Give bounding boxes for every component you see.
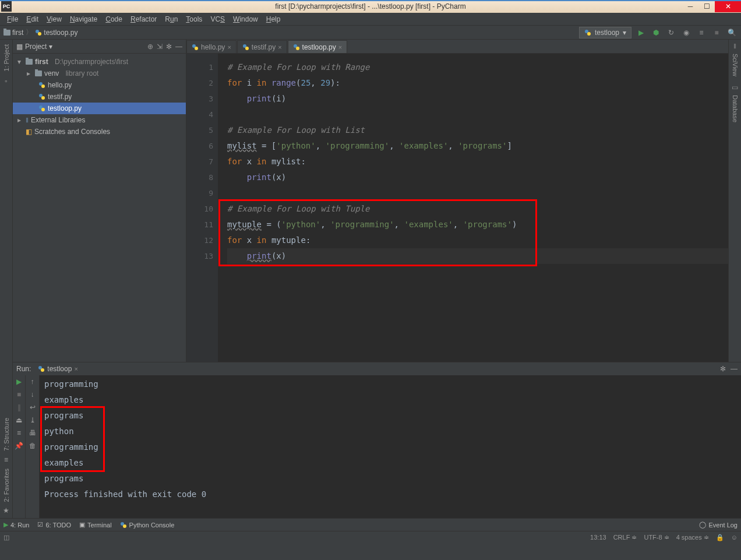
tree-file[interactable]: testif.py [13, 91, 186, 103]
scroll-icon[interactable]: ⤓ [30, 416, 36, 424]
locate-icon[interactable]: ⊕ [147, 43, 153, 51]
status-encoding[interactable]: UTF-8 ≑ [644, 534, 669, 541]
rail-square-icon[interactable]: ▫ [5, 77, 7, 85]
run-tab[interactable]: testloop × [34, 364, 81, 374]
rerun-button[interactable]: ▶ [16, 378, 22, 386]
editor[interactable]: 12345678910111213 # Example For Loop wit… [186, 54, 728, 362]
stop-button[interactable]: ■ [711, 27, 722, 38]
debug-button[interactable]: ⬢ [650, 27, 662, 38]
pin-button[interactable]: 📌 [15, 442, 23, 450]
minimize-button[interactable]: ─ [682, 1, 698, 12]
structure-icon[interactable]: ≡ [4, 456, 8, 464]
breadcrumb-root[interactable]: first [3, 29, 23, 37]
menu-run[interactable]: Run [161, 14, 181, 24]
project-tree: ▾ first D:\pycharmprojects\first ▸ venv … [13, 54, 186, 140]
tree-scratches[interactable]: ◧ Scratches and Consoles [13, 126, 186, 138]
tree-external-libs[interactable]: ▸ ⦀ External Libraries [13, 114, 186, 126]
menu-tools[interactable]: Tools [182, 14, 206, 24]
rail-structure[interactable]: 7: Structure [3, 415, 10, 453]
profile-button[interactable]: ◉ [680, 27, 692, 38]
bottom-tab-run[interactable]: ▶4: Run [3, 521, 29, 529]
hide-icon[interactable]: — [175, 43, 182, 51]
up-icon[interactable]: ↑ [31, 378, 34, 386]
close-icon[interactable]: × [227, 44, 231, 51]
navbar-toolbar: testloop ▾ ▶ ⬢ ↻ ◉ ≡ ■ 🔍 [579, 27, 738, 38]
status-window-icon[interactable]: ◫ [3, 534, 9, 541]
menu-navigate[interactable]: Navigate [66, 14, 101, 24]
editor-tab-active[interactable]: testloop.py × [288, 40, 347, 53]
tree-venv[interactable]: ▸ venv library root [13, 68, 186, 79]
rail-database[interactable]: Database [732, 93, 739, 125]
lock-icon[interactable]: 🔒 [716, 534, 724, 541]
collapse-icon[interactable]: ⇲ [157, 43, 163, 51]
svg-point-9 [41, 108, 45, 111]
chevron-down-icon: ▾ [49, 43, 52, 51]
left-tool-rail: 1: Project ▫ [0, 40, 13, 362]
status-linesep[interactable]: CRLF ≑ [613, 534, 637, 541]
run-button[interactable]: ▶ [635, 27, 647, 38]
bottom-tab-todo[interactable]: ☑6: TODO [37, 521, 71, 529]
menu-code[interactable]: Code [102, 14, 126, 24]
expand-arrow-icon[interactable]: ▾ [17, 58, 23, 66]
menu-vcs[interactable]: VCS [207, 14, 228, 24]
rail-dots-icon[interactable]: ⦀ [733, 42, 736, 50]
search-button[interactable]: 🔍 [726, 27, 738, 38]
close-button[interactable]: ✕ [715, 1, 741, 12]
hide-icon[interactable]: — [731, 365, 738, 373]
menu-refactor[interactable]: Refactor [127, 14, 160, 24]
window-controls: ─ ☐ ✕ [682, 1, 741, 12]
layout-button[interactable]: ≡ [17, 429, 21, 437]
gear-icon[interactable]: ✻ [166, 43, 172, 51]
run-body: ▶ ■ ‖ ⏏ ≡ 📌 ↑ ↓ ↩ ⤓ 🖶 🗑 programmingexamp… [13, 375, 741, 518]
maximize-button[interactable]: ☐ [698, 1, 715, 12]
menu-edit[interactable]: Edit [23, 14, 42, 24]
exit-button[interactable]: ⏏ [16, 416, 22, 424]
rail-favorites[interactable]: 2: Favorites [3, 466, 10, 504]
close-icon[interactable]: × [278, 44, 281, 51]
menu-help[interactable]: Help [263, 14, 284, 24]
right-tool-rail: ⦀ SciView ▭ Database [728, 40, 741, 362]
run-config-selector[interactable]: testloop ▾ [579, 27, 631, 38]
down-icon[interactable]: ↓ [31, 390, 34, 399]
pause-button[interactable]: ‖ [17, 403, 21, 411]
editor-tab[interactable]: testif.py × [237, 40, 287, 53]
breadcrumb-file[interactable]: testloop.py [35, 29, 77, 37]
print-icon[interactable]: 🖶 [29, 429, 36, 437]
rail-sciview[interactable]: SciView [732, 51, 739, 79]
console-output[interactable]: programmingexamplesprogramspythonprogram… [40, 375, 741, 518]
bottom-tab-terminal[interactable]: ▣Terminal [79, 521, 112, 529]
concurrent-button[interactable]: ≡ [696, 27, 707, 38]
run-panel-header: Run: testloop × ✻ — [13, 362, 741, 375]
project-panel-title[interactable]: ▦ Project ▾ [16, 43, 145, 51]
rail-db-icon[interactable]: ▭ [732, 83, 738, 91]
editor-tab[interactable]: hello.py × [186, 40, 237, 53]
collapse-arrow-icon[interactable]: ▸ [17, 116, 23, 124]
trash-icon[interactable]: 🗑 [29, 442, 36, 450]
gear-icon[interactable]: ✻ [720, 365, 726, 373]
close-icon[interactable]: × [74, 365, 77, 372]
run-coverage-button[interactable]: ↻ [665, 27, 677, 38]
tree-root[interactable]: ▾ first D:\pycharmprojects\first [13, 56, 186, 68]
rail-project[interactable]: 1: Project [3, 42, 10, 73]
statusbar-right: 13:13 CRLF ≑ UTF-8 ≑ 4 spaces ≑ 🔒 ☺ [590, 534, 738, 541]
folder-icon [26, 59, 33, 65]
status-indent[interactable]: 4 spaces ≑ [676, 534, 709, 541]
status-position[interactable]: 13:13 [590, 534, 606, 541]
bottom-tab-event-log[interactable]: ◯Event Log [699, 521, 738, 529]
titlebar: PC first [D:\pycharmprojects\first] - ..… [0, 0, 741, 13]
collapse-arrow-icon[interactable]: ▸ [27, 69, 33, 78]
python-icon [38, 82, 45, 89]
bottom-tab-python-console[interactable]: Python Console [120, 522, 175, 529]
menu-file[interactable]: File [3, 14, 22, 24]
star-icon[interactable]: ★ [3, 506, 9, 515]
close-icon[interactable]: × [338, 44, 342, 51]
tree-file[interactable]: hello.py [13, 79, 186, 91]
hector-icon[interactable]: ☺ [731, 534, 738, 541]
menu-window[interactable]: Window [230, 14, 262, 24]
tree-file-selected[interactable]: testloop.py [13, 103, 186, 114]
menu-view[interactable]: View [43, 14, 65, 24]
wrap-icon[interactable]: ↩ [30, 403, 36, 411]
folder-icon [3, 30, 10, 36]
code-area[interactable]: # Example For Loop with Rangefor i in ra… [218, 54, 728, 362]
stop-button[interactable]: ■ [17, 390, 21, 399]
